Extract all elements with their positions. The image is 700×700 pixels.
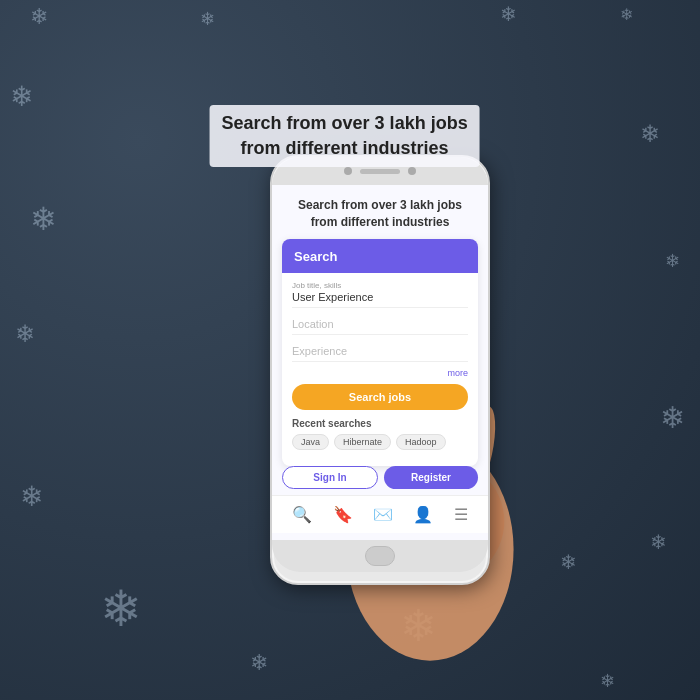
nav-profile-icon[interactable]: 👤 [413,505,433,524]
bottom-nav: 🔍 🔖 ✉️ 👤 ☰ [272,495,488,533]
recent-tag[interactable]: Hadoop [396,434,446,450]
phone-speaker [360,169,400,174]
snowflake-5: ❄ [640,120,660,148]
phone-screen: Search from over 3 lakh jobs from differ… [272,185,488,540]
recent-tags-row: JavaHibernateHadoop [292,434,468,450]
snowflake-14: ❄ [560,550,577,574]
snowflake-3: ❄ [500,2,517,26]
promo-line1: Search from over 3 lakh jobs [222,113,468,133]
promo-text-block: Search from over 3 lakh jobs from differ… [210,105,480,167]
sensor [408,167,416,175]
nav-bookmark-icon[interactable]: 🔖 [333,505,353,524]
recent-tag[interactable]: Java [292,434,329,450]
front-camera [344,167,352,175]
snowflake-16: ❄ [600,670,615,692]
job-field-value: User Experience [292,291,468,308]
scene: ❄❄❄❄❄❄❄❄❄❄❄❄❄❄❄❄❄❄❄ Search from over 3 l… [0,0,700,700]
search-card-body: Job title, skills User Experience Locati… [282,273,478,466]
app-headline: Search from over 3 lakh jobs from differ… [272,185,488,239]
search-card: Search Job title, skills User Experience… [282,239,478,466]
headline-line1: Search from over 3 lakh jobs [298,198,462,212]
snowflake-1: ❄ [200,8,215,30]
more-link[interactable]: more [292,368,468,378]
experience-field-group: Experience [292,341,468,362]
register-button[interactable]: Register [384,466,478,489]
snowflake-2: ❄ [620,5,633,24]
snowflake-0: ❄ [30,4,48,30]
phone: Search from over 3 lakh jobs from differ… [270,155,490,585]
snowflake-4: ❄ [10,80,33,113]
recent-searches-label: Recent searches [292,418,468,429]
snowflake-7: ❄ [665,250,680,272]
nav-menu-icon[interactable]: ☰ [454,505,468,524]
sign-in-button[interactable]: Sign In [282,466,378,489]
nav-search-icon[interactable]: 🔍 [292,505,312,524]
snowflake-6: ❄ [30,200,57,238]
promo-line2: from different industries [241,138,449,158]
search-jobs-button[interactable]: Search jobs [292,384,468,410]
headline-line2: from different industries [311,215,450,229]
snowflake-12: ❄ [100,580,142,638]
phone-holding-scene: Search from over 3 lakh jobs from differ… [270,155,490,585]
snowflake-11: ❄ [650,530,667,554]
job-field-group: Job title, skills User Experience [292,281,468,308]
nav-mail-icon[interactable]: ✉️ [373,505,393,524]
snowflake-10: ❄ [20,480,43,513]
recent-tag[interactable]: Hibernate [334,434,391,450]
location-placeholder: Location [292,314,468,335]
experience-placeholder: Experience [292,341,468,362]
job-field-label: Job title, skills [292,281,468,290]
snowflake-8: ❄ [15,320,35,348]
search-card-header: Search [282,239,478,273]
search-header-label: Search [294,249,337,264]
snowflake-15: ❄ [250,650,268,676]
phone-bottom-bar [272,540,488,572]
snowflake-9: ❄ [660,400,685,435]
auth-row: Sign In Register [282,466,478,489]
location-field-group: Location [292,314,468,335]
phone-home-button[interactable] [365,546,395,566]
